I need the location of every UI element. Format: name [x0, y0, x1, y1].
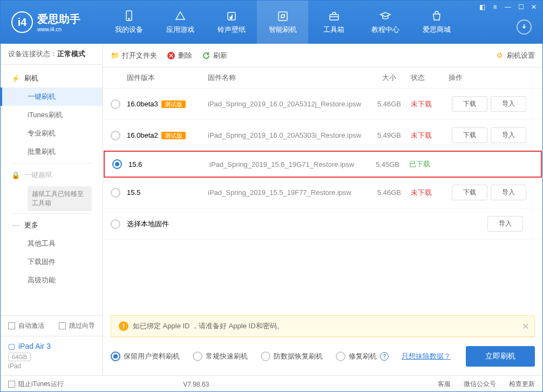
- more-icon: ⋯: [11, 221, 20, 229]
- radio-firmware[interactable]: [111, 188, 120, 198]
- check-update-link[interactable]: 检查更新: [509, 380, 535, 389]
- nav-toolbox[interactable]: 工具箱: [308, 1, 359, 44]
- delete-icon: [167, 51, 175, 60]
- connection-status: 设备连接状态：正常模式: [1, 44, 103, 65]
- col-ops: 操作: [449, 73, 535, 83]
- fw-size: 5.46GB: [368, 188, 411, 197]
- fw-size: 5.46GB: [368, 100, 411, 108]
- nav-flash[interactable]: 智能刷机: [257, 1, 308, 44]
- skin-button[interactable]: ◧: [478, 3, 486, 11]
- delete-button[interactable]: 删除: [167, 51, 192, 60]
- maximize-button[interactable]: ☐: [517, 3, 525, 11]
- radio-firmware[interactable]: [112, 159, 122, 169]
- warning-close-button[interactable]: ✕: [522, 321, 529, 332]
- storage-badge: 64GB: [8, 353, 31, 361]
- download-button[interactable]: 下载: [452, 96, 487, 112]
- sidebar-jailbreak-header[interactable]: 🔒一键越狱: [1, 166, 103, 184]
- import-button[interactable]: 导入: [491, 127, 526, 143]
- firmware-row[interactable]: 15.6 iPad_Spring_2019_15.6_19G71_Restore…: [104, 151, 542, 178]
- nav-ringtones[interactable]: 铃声壁纸: [206, 1, 257, 44]
- wechat-link[interactable]: 微信公众号: [464, 380, 496, 389]
- sidebar-more-header[interactable]: ⋯更多: [1, 216, 103, 234]
- sidebar-advanced[interactable]: 高级功能: [1, 271, 103, 289]
- fw-status: 已下载: [409, 159, 447, 169]
- refresh-button[interactable]: 刷新: [202, 51, 227, 60]
- fw-version: 15.5: [127, 188, 208, 197]
- fw-name: iPad_Spring_2019_15.5_19F77_Restore.ipsw: [208, 188, 368, 197]
- nav-tutorials[interactable]: 教程中心: [359, 1, 411, 44]
- col-status: 状态: [411, 73, 449, 83]
- opt-anti-recovery[interactable]: 防数据恢复刷机: [261, 352, 323, 361]
- open-folder-button[interactable]: 📁打开文件夹: [111, 51, 157, 60]
- radio-local[interactable]: [111, 219, 120, 229]
- opt-normal[interactable]: 常规快速刷机: [193, 352, 248, 361]
- block-itunes-checkbox[interactable]: 阻止iTunes运行: [8, 380, 64, 389]
- help-icon[interactable]: ?: [380, 352, 389, 361]
- radio-normal[interactable]: [193, 352, 202, 361]
- beta-badge: 测试版: [161, 100, 186, 108]
- minimize-button[interactable]: —: [504, 3, 512, 11]
- nav-tabs: 我的设备 应用游戏 铃声壁纸 智能刷机 工具箱 教程中心 爱思商城: [103, 1, 462, 44]
- firmware-row[interactable]: 15.5 iPad_Spring_2019_15.5_19F77_Restore…: [103, 177, 542, 208]
- main-content: 📁打开文件夹 删除 刷新 ⚙刷机设置 固件版本 固件名称 大小 状态 操作 16…: [103, 44, 542, 375]
- warning-bar: ! 如已绑定 Apple ID ，请准备好 Apple ID和密码。 ✕: [111, 315, 535, 337]
- app-url: www.i4.cn: [37, 26, 80, 32]
- sidebar-oneclick-flash[interactable]: 一键刷机: [1, 87, 103, 106]
- gear-icon: ⚙: [496, 51, 504, 60]
- sidebar-itunes-flash[interactable]: iTunes刷机: [1, 106, 103, 124]
- fw-version: 15.6: [128, 160, 209, 168]
- flash-options: 保留用户资料刷机 常规快速刷机 防数据恢复刷机 修复刷机? 只想抹除数据？ 立即…: [103, 337, 542, 375]
- flash-icon: ⚡: [11, 74, 20, 83]
- download-button[interactable]: 下载: [452, 127, 487, 143]
- nav-store[interactable]: 爱思商城: [411, 1, 462, 44]
- menu-button[interactable]: ≡: [491, 3, 499, 11]
- sidebar-download-fw[interactable]: 下载固件: [1, 253, 103, 271]
- close-button[interactable]: ✕: [530, 3, 538, 11]
- device-icon: [123, 10, 135, 23]
- opt-keep-data[interactable]: 保留用户资料刷机: [111, 352, 180, 361]
- store-icon: [430, 10, 443, 23]
- toolbar: 📁打开文件夹 删除 刷新 ⚙刷机设置: [103, 44, 542, 67]
- music-icon: [225, 10, 238, 23]
- radio-keep[interactable]: [111, 352, 120, 361]
- opt-repair[interactable]: 修复刷机?: [336, 352, 389, 361]
- sidebar: 设备连接状态：正常模式 ⚡刷机 一键刷机 iTunes刷机 专业刷机 批量刷机 …: [1, 44, 103, 375]
- fw-size: 5.49GB: [368, 131, 411, 139]
- beta-badge: 测试版: [161, 132, 186, 139]
- sidebar-batch-flash[interactable]: 批量刷机: [1, 143, 103, 161]
- radio-repair[interactable]: [336, 352, 345, 361]
- refresh-icon: [202, 51, 211, 60]
- fw-name: iPad_Spring_2019_16.0_20A5303i_Restore.i…: [208, 131, 368, 139]
- sync-button[interactable]: [517, 19, 532, 35]
- firmware-row[interactable]: 16.0beta3测试版 iPad_Spring_2019_16.0_20A53…: [103, 89, 542, 120]
- warning-icon: !: [119, 321, 128, 331]
- svg-point-1: [128, 18, 130, 19]
- import-local-button[interactable]: 导入: [487, 216, 523, 232]
- sidebar-pro-flash[interactable]: 专业刷机: [1, 124, 103, 143]
- customer-service-link[interactable]: 客服: [438, 380, 451, 389]
- sidebar-flash-header[interactable]: ⚡刷机: [1, 69, 103, 87]
- erase-link[interactable]: 只想抹除数据？: [402, 352, 451, 361]
- app-header: i4 爱思助手 www.i4.cn 我的设备 应用游戏 铃声壁纸 智能刷机 工具…: [1, 1, 542, 44]
- select-local-row[interactable]: 选择本地固件 导入: [103, 208, 542, 240]
- firmware-row[interactable]: 16.0beta2测试版 iPad_Spring_2019_16.0_20A53…: [103, 120, 542, 151]
- refresh-icon: [276, 10, 289, 23]
- nav-my-device[interactable]: 我的设备: [103, 1, 154, 44]
- education-icon: [379, 10, 392, 23]
- device-info: ▢iPad Air 3 64GB iPad: [1, 336, 103, 375]
- skip-guide-checkbox[interactable]: 跳过向导: [59, 321, 95, 330]
- flash-now-button[interactable]: 立即刷机: [466, 346, 535, 367]
- download-button[interactable]: 下载: [452, 185, 487, 200]
- nav-apps[interactable]: 应用游戏: [154, 1, 206, 44]
- import-button[interactable]: 导入: [491, 96, 526, 112]
- radio-firmware[interactable]: [111, 131, 120, 140]
- flash-settings-button[interactable]: ⚙刷机设置: [496, 51, 535, 60]
- device-name[interactable]: ▢iPad Air 3: [8, 342, 95, 350]
- apps-icon: [174, 10, 187, 23]
- radio-firmware[interactable]: [111, 99, 120, 109]
- import-button[interactable]: 导入: [491, 185, 526, 200]
- folder-icon: 📁: [111, 51, 119, 60]
- radio-anti[interactable]: [261, 352, 270, 361]
- sidebar-other-tools[interactable]: 其他工具: [1, 234, 103, 253]
- fw-status: 未下载: [411, 99, 449, 109]
